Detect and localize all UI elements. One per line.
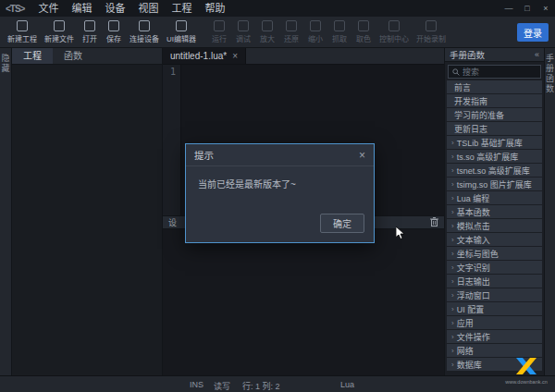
manual-panel: 手册函数 « 前言 开发指南 学习前的准备 更新日志 ›TSLib 基础扩展库 … bbox=[444, 48, 544, 375]
dialog-message: 当前已经是最新版本了~ bbox=[186, 166, 374, 214]
open-button[interactable]: 打开 bbox=[78, 18, 102, 45]
save-icon bbox=[108, 20, 119, 31]
manual-item-log-output[interactable]: ›日志输出 bbox=[447, 275, 542, 288]
control-center-button: 控制中心 bbox=[376, 18, 413, 45]
editor-tab-untitled[interactable]: untitled-1.lua* × bbox=[163, 48, 246, 64]
collapse-panel-icon[interactable]: « bbox=[535, 50, 539, 59]
manual-item-ts-so[interactable]: ›ts.so 高级扩展库 bbox=[447, 150, 542, 163]
status-cursor-position: 行: 1 列: 2 bbox=[242, 380, 280, 392]
new-file-icon bbox=[54, 20, 65, 31]
manual-item-dev-guide[interactable]: 开发指南 bbox=[447, 94, 542, 107]
record-icon bbox=[426, 20, 437, 31]
manual-item-tsimg-so[interactable]: ›tsimg.so 图片扩展库 bbox=[447, 178, 542, 190]
status-language: Lua bbox=[340, 380, 354, 389]
manual-panel-title: 手册函数 bbox=[450, 48, 485, 61]
menu-device[interactable]: 设备 bbox=[98, 0, 131, 17]
manual-item-changelog[interactable]: 更新日志 bbox=[447, 122, 542, 135]
dialog-titlebar: 提示 × bbox=[186, 144, 374, 166]
color-picker-icon bbox=[358, 20, 369, 31]
zoom-reset-button: 还原 bbox=[279, 18, 303, 45]
menu-edit[interactable]: 编辑 bbox=[65, 0, 98, 17]
manual-item-ocr[interactable]: ›文字识别 bbox=[447, 261, 542, 274]
manual-item-app[interactable]: ›应用 bbox=[447, 316, 542, 329]
save-button[interactable]: 保存 bbox=[102, 18, 126, 45]
zoom-reset-icon bbox=[286, 20, 297, 31]
manual-search-box[interactable] bbox=[448, 65, 541, 79]
dialog-close-icon[interactable]: × bbox=[359, 150, 365, 161]
manual-item-lua[interactable]: ›Lua 编程 bbox=[447, 191, 542, 204]
tab-close-icon[interactable]: × bbox=[232, 51, 238, 61]
manual-item-simulate-tap[interactable]: ›模拟点击 bbox=[447, 219, 542, 232]
dialog-footer: 确定 bbox=[186, 214, 374, 242]
output-panel-title: 设 bbox=[168, 216, 177, 228]
toolbar: 新建工程 新建文件 打开 保存 连接设备 UI编辑器 运行 调试 bbox=[0, 17, 555, 48]
watermark: www.downbank.cn bbox=[500, 358, 552, 385]
close-button[interactable]: × bbox=[536, 0, 555, 17]
trash-icon bbox=[430, 217, 438, 227]
status-readwrite: 读写 bbox=[214, 380, 230, 392]
menu-help[interactable]: 帮助 bbox=[198, 0, 231, 17]
zoom-in-icon bbox=[262, 20, 273, 31]
ui-editor-icon bbox=[176, 20, 187, 31]
debug-button: 调试 bbox=[231, 18, 255, 45]
manual-item-text-input[interactable]: ›文本输入 bbox=[447, 233, 542, 246]
status-insert-mode: INS bbox=[190, 380, 204, 389]
update-dialog: 提示 × 当前已经是最新版本了~ 确定 bbox=[185, 143, 375, 243]
project-panel: 工程 函数 bbox=[12, 48, 162, 375]
connect-device-button[interactable]: 连接设备 bbox=[126, 18, 163, 45]
hide-panel-tab[interactable]: 隐藏 bbox=[0, 48, 12, 375]
capture-icon bbox=[334, 20, 345, 31]
control-center-icon bbox=[388, 20, 400, 31]
manual-item-ui-config[interactable]: ›UI 配置 bbox=[447, 302, 542, 315]
debug-icon bbox=[238, 20, 249, 31]
manual-panel-header: 手册函数 « bbox=[445, 48, 544, 62]
maximize-button[interactable]: □ bbox=[518, 0, 536, 17]
record-button: 开始录制 bbox=[413, 18, 450, 45]
new-project-button[interactable]: 新建工程 bbox=[4, 18, 41, 45]
manual-item-floating-window[interactable]: ›浮动窗口 bbox=[447, 288, 542, 301]
search-input[interactable] bbox=[462, 67, 536, 77]
window-controls: — □ × bbox=[500, 0, 555, 17]
manual-item-preparation[interactable]: 学习前的准备 bbox=[447, 108, 542, 121]
tab-functions[interactable]: 函数 bbox=[53, 48, 93, 64]
manual-item-network[interactable]: ›网络 bbox=[447, 344, 542, 357]
zoom-out-icon bbox=[310, 20, 321, 31]
right-side-strip: 手册函数 bbox=[544, 48, 555, 375]
project-panel-tabs: 工程 函数 bbox=[12, 48, 162, 65]
new-project-icon bbox=[17, 20, 28, 31]
manual-item-coords-color[interactable]: ›坐标与图色 bbox=[447, 247, 542, 260]
manual-item-preface[interactable]: 前言 bbox=[447, 80, 542, 93]
login-button[interactable]: 登录 bbox=[517, 23, 549, 42]
menu-file[interactable]: 文件 bbox=[31, 0, 65, 17]
connect-device-icon bbox=[139, 20, 150, 31]
menu-project[interactable]: 工程 bbox=[165, 0, 198, 17]
run-button: 运行 bbox=[207, 18, 231, 45]
app-window: <TS> 文件 编辑 设备 视图 工程 帮助 — □ × 新建工程 新建文件 打… bbox=[0, 0, 555, 392]
app-logo: <TS> bbox=[0, 4, 31, 14]
left-hide-strip: 隐藏 bbox=[0, 48, 12, 375]
manual-item-tslib[interactable]: ›TSLib 基础扩展库 bbox=[447, 136, 542, 149]
menu-view[interactable]: 视图 bbox=[131, 0, 165, 17]
manual-item-tsnet-so[interactable]: ›tsnet.so 高级扩展库 bbox=[447, 164, 542, 177]
watermark-text: www.downbank.cn bbox=[500, 379, 552, 385]
new-file-button[interactable]: 新建文件 bbox=[41, 18, 78, 45]
ui-editor-button[interactable]: UI编辑器 bbox=[163, 18, 200, 45]
manual-item-list: 前言 开发指南 学习前的准备 更新日志 ›TSLib 基础扩展库 ›ts.so … bbox=[445, 80, 544, 375]
color-picker-button: 取色 bbox=[352, 18, 376, 45]
capture-button: 抓取 bbox=[327, 18, 352, 45]
manual-item-basic-functions[interactable]: ›基本函数 bbox=[447, 205, 542, 218]
downbank-logo-icon bbox=[515, 358, 537, 374]
open-icon bbox=[84, 20, 95, 31]
manual-item-file-ops[interactable]: ›文件操作 bbox=[447, 330, 542, 343]
ok-button[interactable]: 确定 bbox=[320, 214, 364, 233]
manual-side-tab[interactable]: 手册函数 bbox=[544, 48, 555, 375]
statusbar: INS 读写 行: 1 列: 2 Lua bbox=[0, 375, 555, 392]
editor-tab-bar: untitled-1.lua* × bbox=[163, 48, 444, 65]
tab-project[interactable]: 工程 bbox=[12, 48, 53, 64]
minimize-button[interactable]: — bbox=[500, 0, 518, 17]
project-tree[interactable] bbox=[12, 65, 162, 375]
clear-output-button[interactable] bbox=[430, 217, 438, 228]
search-icon bbox=[452, 68, 460, 76]
output-panel-body bbox=[163, 229, 444, 390]
menubar: <TS> 文件 编辑 设备 视图 工程 帮助 — □ × bbox=[0, 0, 555, 17]
